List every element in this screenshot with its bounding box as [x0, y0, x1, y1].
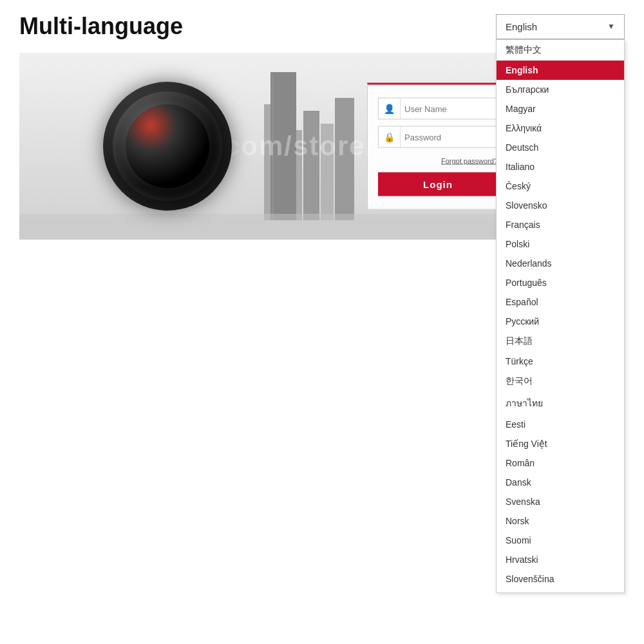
username-input-group: 👤 [378, 98, 498, 120]
language-option[interactable]: ภาษาไทย [497, 392, 624, 415]
language-option[interactable]: Dansk [497, 473, 624, 492]
password-input-group: 🔒 [378, 126, 498, 148]
language-option[interactable]: 繁體中文 [497, 40, 624, 61]
login-button[interactable]: Login [378, 173, 498, 196]
language-option[interactable]: Français [497, 215, 624, 234]
language-option[interactable]: Norsk [497, 511, 624, 531]
language-option[interactable]: Русский [497, 312, 624, 331]
language-option[interactable]: Türkçe [497, 352, 624, 371]
language-option[interactable]: Hrvatski [497, 550, 624, 569]
forgot-password-wrapper: Forgot password? [378, 155, 498, 166]
lock-icon: 🔒 [379, 127, 401, 147]
language-option[interactable]: Polski [497, 234, 624, 254]
camera-lens [103, 82, 232, 211]
header: Multi-language English ▼ 繁體中文EnglishБълг… [0, 0, 644, 46]
language-option[interactable]: Nederlands [497, 254, 624, 273]
language-option[interactable]: Ελληνικά [497, 118, 624, 138]
user-icon: 👤 [379, 99, 401, 119]
page-title: Multi-language [19, 13, 183, 40]
username-input[interactable] [401, 99, 497, 118]
language-dropdown[interactable]: 繁體中文EnglishБългарскиMagyarΕλληνικάDeutsc… [496, 39, 625, 593]
selected-language-label: English [506, 21, 537, 32]
language-option[interactable]: Český [497, 176, 624, 196]
language-option[interactable]: Italiano [497, 157, 624, 176]
language-option[interactable]: Român [497, 453, 624, 473]
forgot-password-link[interactable]: Forgot password? [441, 157, 498, 165]
language-option[interactable]: Srpski [497, 589, 624, 593]
language-option[interactable]: 한국어 [497, 371, 624, 392]
language-option[interactable]: Български [497, 80, 624, 99]
language-option[interactable]: Eesti [497, 415, 624, 434]
language-option[interactable]: Slovenščina [497, 569, 624, 589]
language-option[interactable]: Suomi [497, 531, 624, 550]
svg-rect-10 [19, 220, 522, 240]
banner: .com/store/5871257 👤 🔒 Forgot password? … [19, 53, 522, 240]
language-option[interactable]: English [497, 61, 624, 80]
chevron-down-icon: ▼ [607, 22, 615, 31]
language-selector[interactable]: English ▼ 繁體中文EnglishБългарскиMagyarΕλλη… [496, 14, 625, 39]
language-option[interactable]: 日本語 [497, 331, 624, 352]
language-option[interactable]: Magyar [497, 99, 624, 118]
language-option[interactable]: Deutsch [497, 138, 624, 157]
language-option[interactable]: Tiếng Việt [497, 434, 624, 453]
login-form: 👤 🔒 Forgot password? Login [367, 83, 509, 210]
language-select-button[interactable]: English ▼ [496, 14, 625, 39]
language-option[interactable]: Svenska [497, 492, 624, 511]
language-option[interactable]: Slovensko [497, 196, 624, 215]
language-option[interactable]: Español [497, 292, 624, 312]
password-input[interactable] [401, 127, 497, 147]
language-option[interactable]: Português [497, 273, 624, 292]
